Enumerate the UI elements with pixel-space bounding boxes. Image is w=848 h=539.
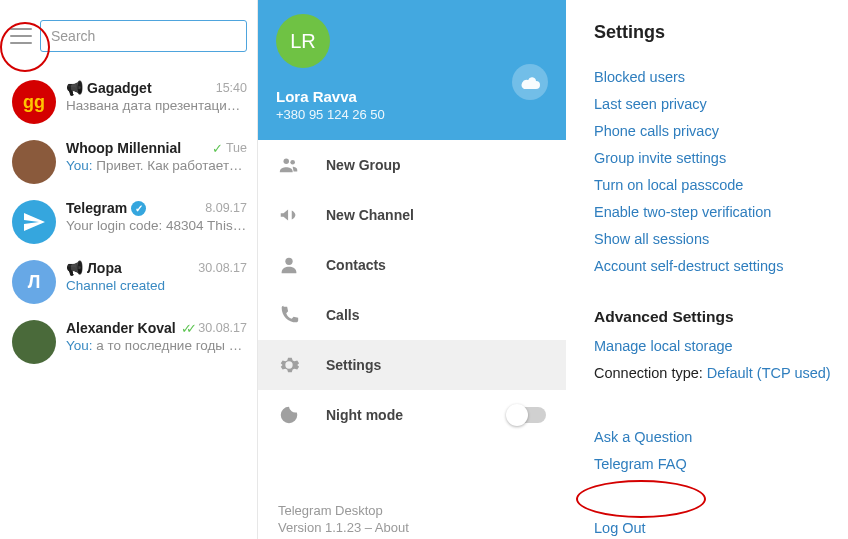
chat-time: ✓✓30.08.17	[181, 321, 247, 336]
menu-item-new-group[interactable]: New Group	[258, 140, 566, 190]
footer-version[interactable]: Version 1.1.23 – About	[278, 520, 546, 535]
settings-heading: Settings	[594, 22, 848, 43]
connection-type-row: Connection type: Default (TCP used)	[594, 365, 848, 381]
manage-local-storage-link[interactable]: Manage local storage	[594, 338, 848, 354]
chat-avatar: gg	[12, 80, 56, 124]
chat-item[interactable]: Alexander Koval✓✓30.08.17You: а то после…	[0, 312, 257, 372]
chat-avatar	[12, 200, 56, 244]
channel-icon: 📢	[66, 80, 83, 96]
menu-item-night-mode[interactable]: Night mode	[258, 390, 566, 440]
chat-name: 📢Gagadget	[66, 80, 152, 96]
chat-time: ✓Tue	[212, 141, 247, 156]
settings-link-turn-on-local-passcode[interactable]: Turn on local passcode	[594, 177, 848, 193]
advanced-settings-heading: Advanced Settings	[594, 308, 848, 326]
chat-item[interactable]: Whoop Millennial✓TueYou: Привет. Как раб…	[0, 132, 257, 192]
settings-link-account-self-destruct-settings[interactable]: Account self-destruct settings	[594, 258, 848, 274]
menu-label: Settings	[326, 357, 381, 373]
menu-hamburger-icon[interactable]	[10, 28, 32, 44]
menu-label: Calls	[326, 307, 359, 323]
chat-avatar	[12, 140, 56, 184]
profile-avatar[interactable]: LR	[276, 14, 330, 68]
settings-panel: Settings Blocked usersLast seen privacyP…	[566, 0, 848, 539]
chat-preview: Your login code: 48304 This c…	[66, 218, 247, 233]
menu-item-contacts[interactable]: Contacts	[258, 240, 566, 290]
channel-icon: 📢	[66, 260, 83, 276]
connection-type-label: Connection type:	[594, 365, 707, 381]
chat-time: 15:40	[216, 81, 247, 95]
chat-item[interactable]: Л📢Лора30.08.17Channel created	[0, 252, 257, 312]
menu-item-new-channel[interactable]: New Channel	[258, 190, 566, 240]
connection-type-value[interactable]: Default (TCP used)	[707, 365, 831, 381]
menu-label: New Group	[326, 157, 401, 173]
chat-preview: Channel created	[66, 278, 247, 293]
chat-time: 8.09.17	[205, 201, 247, 215]
moon-icon	[278, 404, 300, 426]
search-row: Search	[0, 0, 257, 72]
settings-link-phone-calls-privacy[interactable]: Phone calls privacy	[594, 123, 848, 139]
app-footer: Telegram Desktop Version 1.1.23 – About	[258, 503, 566, 539]
profile-phone: +380 95 124 26 50	[276, 107, 548, 122]
phone-icon	[278, 304, 300, 326]
megaphone-icon	[278, 204, 300, 226]
chat-name: Alexander Koval	[66, 320, 176, 336]
settings-link-show-all-sessions[interactable]: Show all sessions	[594, 231, 848, 247]
menu-label: Night mode	[326, 407, 403, 423]
chat-item[interactable]: Telegram8.09.17Your login code: 48304 Th…	[0, 192, 257, 252]
search-input[interactable]: Search	[40, 20, 247, 52]
menu-label: Contacts	[326, 257, 386, 273]
profile-header: LR Lora Ravva +380 95 124 26 50	[258, 0, 566, 140]
svg-point-1	[290, 160, 295, 165]
chat-preview: You: а то последние годы A…	[66, 338, 247, 353]
chat-preview: Названа дата презентации …	[66, 98, 247, 113]
main-menu: New GroupNew ChannelContactsCallsSetting…	[258, 140, 566, 440]
svg-point-0	[284, 159, 290, 165]
chat-preview: You: Привет. Как работается?	[66, 158, 247, 173]
menu-item-calls[interactable]: Calls	[258, 290, 566, 340]
chat-name: Telegram	[66, 200, 146, 216]
svg-point-2	[285, 258, 292, 265]
saved-messages-cloud-icon[interactable]	[512, 64, 548, 100]
chat-name: Whoop Millennial	[66, 140, 181, 156]
chat-avatar	[12, 320, 56, 364]
chat-time: 30.08.17	[198, 261, 247, 275]
settings-link-last-seen-privacy[interactable]: Last seen privacy	[594, 96, 848, 112]
double-check-icon: ✓✓	[181, 321, 191, 336]
verified-icon	[131, 201, 146, 216]
night-mode-toggle[interactable]	[508, 407, 546, 423]
ask-question-link[interactable]: Ask a Question	[594, 429, 848, 445]
chat-avatar: Л	[12, 260, 56, 304]
settings-link-blocked-users[interactable]: Blocked users	[594, 69, 848, 85]
search-placeholder: Search	[51, 28, 95, 44]
settings-link-group-invite-settings[interactable]: Group invite settings	[594, 150, 848, 166]
group-icon	[278, 154, 300, 176]
menu-label: New Channel	[326, 207, 414, 223]
drawer-panel: LR Lora Ravva +380 95 124 26 50 New Grou…	[258, 0, 566, 539]
contact-icon	[278, 254, 300, 276]
chat-name: 📢Лора	[66, 260, 122, 276]
chat-item[interactable]: gg📢Gagadget15:40Названа дата презентации…	[0, 72, 257, 132]
settings-link-enable-two-step-verification[interactable]: Enable two-step verification	[594, 204, 848, 220]
gear-icon	[278, 354, 300, 376]
menu-item-settings[interactable]: Settings	[258, 340, 566, 390]
check-icon: ✓	[212, 141, 223, 156]
profile-name: Lora Ravva	[276, 88, 548, 105]
footer-app-name: Telegram Desktop	[278, 503, 546, 518]
chat-list-panel: Search gg📢Gagadget15:40Названа дата през…	[0, 0, 258, 539]
log-out-link[interactable]: Log Out	[594, 520, 848, 536]
telegram-faq-link[interactable]: Telegram FAQ	[594, 456, 848, 472]
